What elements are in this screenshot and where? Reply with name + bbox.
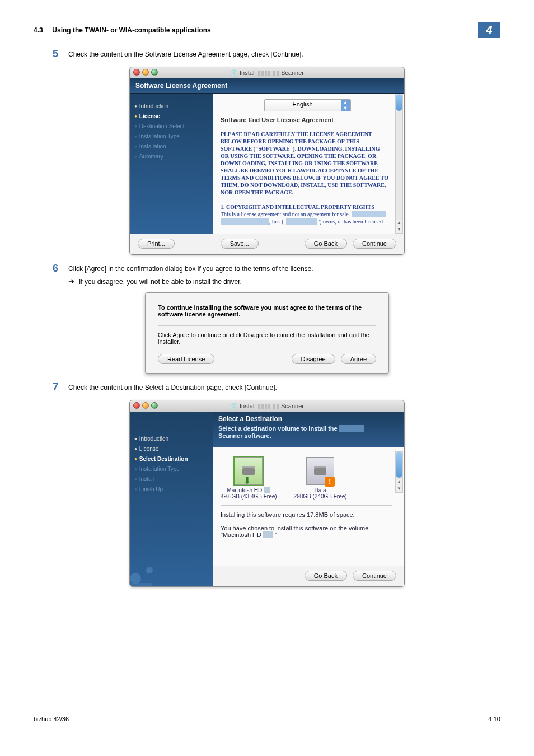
chosen-volume: You have chosen to install this software… bbox=[221, 525, 392, 539]
svg-point-0 bbox=[130, 573, 141, 584]
close-icon[interactable] bbox=[133, 69, 140, 76]
svg-point-1 bbox=[146, 567, 153, 573]
installer-sidebar: ●Introduction ●License ●Destination Sele… bbox=[130, 94, 213, 234]
language-select[interactable]: English ▲▼ bbox=[264, 99, 351, 111]
step-number: 6 bbox=[53, 263, 68, 274]
print-button[interactable]: Print... bbox=[138, 239, 175, 249]
minimize-icon[interactable] bbox=[142, 69, 149, 76]
installer-window-destination: 💿 Install ▮▮▮▮ ▮▮ Scanner ●Introduction … bbox=[129, 400, 405, 587]
sidebar-item-license: ●License bbox=[134, 446, 208, 452]
zoom-icon[interactable] bbox=[151, 69, 158, 76]
watermark-image bbox=[129, 556, 169, 587]
step-text: Check the content on the Select a Destin… bbox=[68, 381, 277, 391]
sidebar-item-type: ●Installation Type bbox=[134, 466, 208, 472]
scroll-thumb[interactable] bbox=[396, 452, 402, 478]
installer-sidebar: ●Introduction ●License ●Select Destinati… bbox=[130, 412, 213, 586]
disk-macintosh-hd[interactable]: ⬇ Macintosh HD ▮▮ 49.6GB (43.4GB Free) bbox=[221, 457, 277, 500]
header-banner: Select a Destination Select a destinatio… bbox=[213, 412, 404, 447]
step-7: 7 Check the content on the Select a Dest… bbox=[53, 381, 500, 393]
scrollbar[interactable]: ▲ ▼ bbox=[395, 451, 403, 493]
close-icon[interactable] bbox=[133, 402, 140, 409]
svg-rect-6 bbox=[314, 466, 326, 468]
step-6: 6 Click [Agree] in the confirmation dial… bbox=[53, 263, 500, 274]
dialog-title: To continue installing the software you … bbox=[158, 304, 376, 318]
sidebar-item-finish: ●Finish Up bbox=[134, 486, 208, 492]
svg-rect-2 bbox=[130, 583, 152, 587]
step-text: Check the content on the Software Licens… bbox=[68, 48, 303, 58]
sidebar-item-intro: ●Introduction bbox=[134, 436, 208, 442]
section-header: 4.3 Using the TWAIN- or WIA-compatible a… bbox=[34, 26, 211, 34]
sidebar-item-install: ●Installation bbox=[134, 143, 208, 150]
license-text: Software End User License Agreement PLEA… bbox=[221, 116, 394, 225]
installer-window-license: 💿 Install ▮▮▮▮ ▮▮ Scanner Software Licen… bbox=[129, 67, 405, 255]
chevron-updown-icon: ▲▼ bbox=[341, 100, 350, 111]
step-6-sub: ➔ If you disagree, you will not be able … bbox=[68, 278, 500, 286]
agree-button[interactable]: Agree bbox=[341, 354, 376, 364]
scroll-thumb[interactable] bbox=[396, 94, 402, 111]
page-footer: bizhub 42/36 4-10 bbox=[34, 713, 500, 722]
chapter-number: 4 bbox=[478, 22, 500, 38]
read-license-button[interactable]: Read License bbox=[158, 354, 214, 364]
sidebar-item-summary: ●Summary bbox=[134, 153, 208, 160]
go-back-button[interactable]: Go Back bbox=[305, 571, 347, 581]
svg-rect-5 bbox=[314, 468, 326, 475]
divider bbox=[158, 325, 376, 326]
space-required: Installing this software requires 17.8MB… bbox=[221, 511, 392, 518]
svg-rect-4 bbox=[242, 466, 255, 468]
sidebar-item-intro: ●Introduction bbox=[134, 103, 208, 109]
minimize-icon[interactable] bbox=[142, 402, 149, 409]
sidebar-item-dest: ●Select Destination bbox=[134, 456, 208, 462]
disk-data[interactable]: ! Data 298GB (240GB Free) bbox=[294, 457, 347, 500]
titlebar: 💿 Install ▮▮▮▮ ▮▮ Scanner bbox=[130, 67, 404, 78]
scrollbar[interactable]: ▲ ▼ bbox=[395, 94, 403, 234]
rule bbox=[34, 40, 500, 40]
disk-selection: ⬇ Macintosh HD ▮▮ 49.6GB (43.4GB Free) ! bbox=[221, 457, 392, 500]
save-button[interactable]: Save... bbox=[221, 239, 259, 249]
sidebar-item-type: ●Installation Type bbox=[134, 133, 208, 139]
scroll-up-icon[interactable]: ▲ bbox=[396, 479, 402, 486]
dialog-body: Click Agree to continue or click Disagre… bbox=[158, 332, 376, 345]
scroll-down-icon[interactable]: ▼ bbox=[396, 226, 402, 233]
continue-button[interactable]: Continue bbox=[353, 239, 396, 249]
step-number: 5 bbox=[53, 48, 68, 60]
header-banner: Software License Agreement bbox=[130, 78, 404, 94]
scroll-down-icon[interactable]: ▼ bbox=[396, 486, 402, 492]
sidebar-item-install: ●Install bbox=[134, 476, 208, 482]
continue-button[interactable]: Continue bbox=[353, 571, 396, 581]
arrow-icon: ➔ bbox=[68, 277, 74, 286]
sidebar-item-dest: ●Destination Select bbox=[134, 123, 208, 129]
sidebar-item-license: ●License bbox=[134, 113, 208, 119]
step-number: 7 bbox=[53, 381, 68, 393]
disagree-button[interactable]: Disagree bbox=[292, 354, 335, 364]
scroll-up-icon[interactable]: ▲ bbox=[396, 220, 402, 226]
step-5: 5 Check the content on the Software Lice… bbox=[53, 48, 500, 60]
warning-icon: ! bbox=[325, 477, 335, 487]
titlebar: 💿 Install ▮▮▮▮ ▮▮ Scanner bbox=[130, 400, 404, 412]
agree-dialog: To continue installing the software you … bbox=[145, 292, 389, 374]
step-text: Click [Agree] in the confirmation dialog… bbox=[68, 263, 313, 273]
zoom-icon[interactable] bbox=[151, 402, 158, 409]
go-back-button[interactable]: Go Back bbox=[305, 239, 347, 249]
selected-arrow-icon: ⬇ bbox=[243, 474, 251, 487]
